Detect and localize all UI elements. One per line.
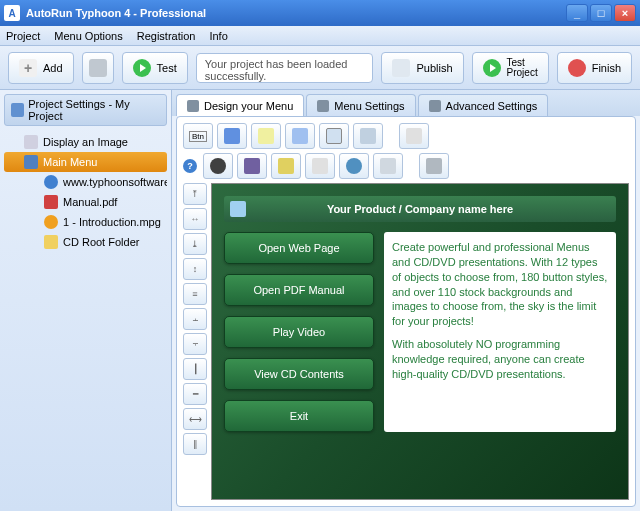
obj-text[interactable] <box>251 123 281 149</box>
obj-window[interactable] <box>319 123 349 149</box>
test-label: Test <box>157 62 177 74</box>
align-button[interactable]: ≡ <box>183 283 207 305</box>
ie-icon <box>44 175 58 189</box>
window-title: AutoRun Typhoon 4 - Professional <box>26 7 566 19</box>
canvas-button[interactable]: Open Web Page <box>224 232 374 264</box>
align-button[interactable]: ⤓ <box>183 233 207 255</box>
obj-present[interactable] <box>305 153 335 179</box>
add-button[interactable]: +Add <box>8 52 74 84</box>
tab[interactable]: Design your Menu <box>176 94 304 116</box>
content-area: Design your MenuMenu SettingsAdvanced Se… <box>172 90 640 511</box>
play-icon <box>133 59 151 77</box>
design-canvas[interactable]: Your Product / Company name here Open We… <box>211 183 629 500</box>
align-button[interactable]: ↕ <box>183 258 207 280</box>
align-button[interactable]: ━ <box>183 383 207 405</box>
align-toolbar: ⤒↔⤓↕≡⫠⫟┃━⟷‖ <box>183 183 207 500</box>
mpg-icon <box>44 215 58 229</box>
test-project-label: Test Project <box>507 58 538 78</box>
tree-node[interactable]: Display an Image <box>4 132 167 152</box>
tab-icon <box>429 100 441 112</box>
obj-trash[interactable] <box>419 153 449 179</box>
obj-group[interactable] <box>399 123 429 149</box>
menu-project[interactable]: Project <box>6 30 40 42</box>
tab-label: Menu Settings <box>334 100 404 112</box>
publish-label: Publish <box>416 62 452 74</box>
obj-flash[interactable] <box>203 153 233 179</box>
tree-node[interactable]: Main Menu <box>4 152 167 172</box>
canvas-title: Your Product / Company name here <box>327 203 513 215</box>
obj-grid[interactable] <box>353 123 383 149</box>
align-button[interactable]: ⫟ <box>183 333 207 355</box>
menu-info[interactable]: Info <box>209 30 227 42</box>
menu-menu-options[interactable]: Menu Options <box>54 30 122 42</box>
tab[interactable]: Advanced Settings <box>418 94 549 116</box>
sidebar: Project Settings - My Project Display an… <box>0 90 172 511</box>
tree-node-label: Manual.pdf <box>63 196 117 208</box>
test-button[interactable]: Test <box>122 52 188 84</box>
align-button[interactable]: ⟷ <box>183 408 207 430</box>
finish-button[interactable]: Finish <box>557 52 632 84</box>
canvas-button-column: Open Web PageOpen PDF ManualPlay VideoVi… <box>224 232 374 432</box>
obj-media[interactable] <box>237 153 267 179</box>
sound-icon <box>278 158 294 174</box>
add-icon: + <box>19 59 37 77</box>
img-icon <box>24 135 38 149</box>
align-button[interactable]: ┃ <box>183 358 207 380</box>
test-project-button[interactable]: Test Project <box>472 52 549 84</box>
obj-page[interactable] <box>285 123 315 149</box>
tab[interactable]: Menu Settings <box>306 94 415 116</box>
align-button[interactable]: ↔ <box>183 208 207 230</box>
tree-node[interactable]: CD Root Folder <box>4 232 167 252</box>
trash-icon <box>89 59 107 77</box>
tree-node[interactable]: Manual.pdf <box>4 192 167 212</box>
sidebar-header-label: Project Settings - My Project <box>28 98 160 122</box>
image-icon <box>224 128 240 144</box>
play-icon <box>483 59 501 77</box>
tree-node[interactable]: www.typhoonsoftware.com <box>4 172 167 192</box>
obj-list[interactable] <box>373 153 403 179</box>
canvas-button[interactable]: View CD Contents <box>224 358 374 390</box>
list-icon <box>380 158 396 174</box>
tree-node[interactable]: 1 - Introduction.mpg <box>4 212 167 232</box>
project-tree: Display an ImageMain Menuwww.typhoonsoft… <box>4 130 167 254</box>
flash-icon <box>210 158 226 174</box>
canvas-title-bar[interactable]: Your Product / Company name here <box>224 196 616 222</box>
canvas-button[interactable]: Play Video <box>224 316 374 348</box>
help-icon[interactable]: ? <box>183 159 197 173</box>
media-icon <box>244 158 260 174</box>
info-paragraph-2: With abosolutely NO programming knowledg… <box>392 337 608 382</box>
obj-video[interactable] <box>339 153 369 179</box>
canvas-info-box[interactable]: Create powerful and professional Menus a… <box>384 232 616 432</box>
tree-node-label: Display an Image <box>43 136 128 148</box>
align-button[interactable]: ⫠ <box>183 308 207 330</box>
menu-icon <box>24 155 38 169</box>
sidebar-header: Project Settings - My Project <box>4 94 167 126</box>
status-message: Your project has been loaded successfull… <box>196 53 374 83</box>
object-toolbar-row2: ? <box>183 153 629 179</box>
minimize-button[interactable]: _ <box>566 4 588 22</box>
canvas-button[interactable]: Exit <box>224 400 374 432</box>
publish-button[interactable]: Publish <box>381 52 463 84</box>
obj-image[interactable] <box>217 123 247 149</box>
close-button[interactable]: × <box>614 4 636 22</box>
align-button[interactable]: ⤒ <box>183 183 207 205</box>
canvas-button[interactable]: Open PDF Manual <box>224 274 374 306</box>
toolbar: +Add Test Your project has been loaded s… <box>0 46 640 90</box>
delete-button[interactable] <box>82 52 114 84</box>
obj-sound[interactable] <box>271 153 301 179</box>
obj-button[interactable]: Btn <box>183 123 213 149</box>
tree-node-label: Main Menu <box>43 156 97 168</box>
align-button[interactable]: ‖ <box>183 433 207 455</box>
info-paragraph-1: Create powerful and professional Menus a… <box>392 240 608 329</box>
present-icon <box>312 158 328 174</box>
text-icon <box>258 128 274 144</box>
titlebar: A AutoRun Typhoon 4 - Professional _ □ × <box>0 0 640 26</box>
menu-registration[interactable]: Registration <box>137 30 196 42</box>
object-toolbar-row1: Btn <box>183 123 629 149</box>
tab-icon <box>317 100 329 112</box>
tab-bar: Design your MenuMenu SettingsAdvanced Se… <box>172 90 640 116</box>
menubar: Project Menu Options Registration Info <box>0 26 640 46</box>
group-icon <box>406 128 422 144</box>
maximize-button[interactable]: □ <box>590 4 612 22</box>
tree-node-label: www.typhoonsoftware.com <box>63 176 167 188</box>
